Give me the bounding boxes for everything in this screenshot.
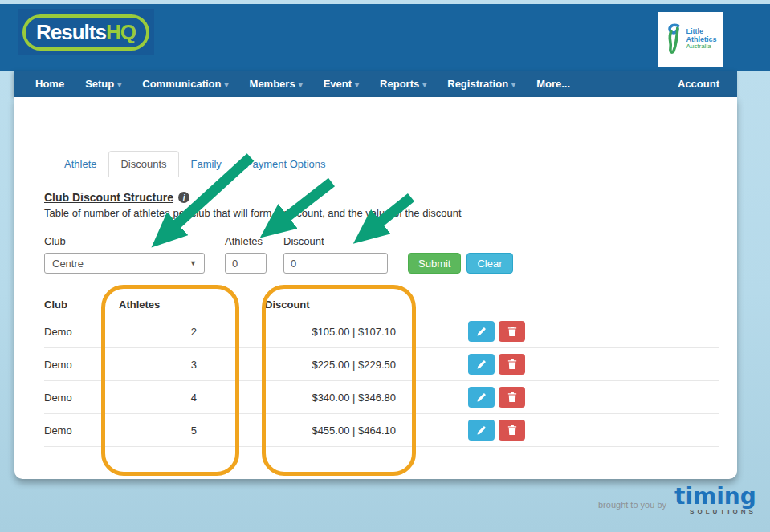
section-title-text: Club Discount Structure (44, 191, 173, 204)
little-athletics-logo: Little Athletics Australia (658, 12, 723, 67)
edit-button[interactable] (468, 420, 495, 441)
cell-discount: $340.00 | $346.80 (265, 392, 396, 404)
submit-button[interactable]: Submit (408, 253, 461, 274)
athletes-input[interactable] (225, 253, 267, 274)
row-actions (468, 420, 525, 441)
chevron-down-icon: ▾ (511, 80, 515, 89)
pencil-icon (476, 392, 487, 403)
nav-item-setup[interactable]: Setup▾ (75, 78, 132, 90)
club-field: Club Centre ▼ (44, 235, 205, 274)
edit-button[interactable] (468, 354, 495, 375)
nav-item-reports[interactable]: Reports▾ (369, 78, 437, 90)
content-panel: Athlete Discounts Family Payment Options… (14, 97, 737, 479)
pencil-icon (476, 359, 487, 370)
timing-logo-text: timing (674, 486, 756, 506)
nav-label: Setup (85, 78, 114, 90)
row-actions (468, 387, 525, 408)
nav-label: Members (250, 78, 295, 90)
nav-item-more[interactable]: More... (526, 78, 581, 90)
col-header-club: Club (44, 298, 119, 311)
footer-tagline: brought to you by (598, 500, 666, 510)
chevron-down-icon: ▾ (355, 80, 359, 89)
club-select[interactable]: Centre ▼ (44, 253, 205, 274)
athletes-field: Athletes (225, 235, 267, 274)
tab-discounts[interactable]: Discounts (108, 151, 178, 177)
cell-club: Demo (44, 424, 119, 437)
table-header-row: Club Athletes Discount (44, 294, 719, 315)
cell-club: Demo (44, 392, 119, 404)
laa-line3: Australia (686, 43, 716, 50)
cell-discount: $105.00 | $107.10 (265, 326, 396, 338)
table-row: Demo 3 $225.00 | $229.50 (44, 348, 719, 381)
row-actions (468, 354, 525, 375)
nav-item-account[interactable]: Account (678, 78, 737, 90)
cell-club: Demo (44, 359, 119, 371)
resultshq-logo-pill: ResultsHQ (22, 14, 149, 51)
resultshq-logo[interactable]: ResultsHQ (18, 9, 154, 55)
nav-label: Event (324, 78, 352, 90)
trash-icon (507, 424, 517, 436)
chevron-down-icon: ▾ (299, 80, 303, 89)
section-description: Table of number of athletes per club tha… (44, 207, 719, 219)
club-select-value: Centre (52, 258, 84, 270)
pencil-icon (476, 425, 487, 436)
nav-item-communication[interactable]: Communication▾ (132, 78, 238, 90)
nav-label: Home (35, 78, 64, 90)
cell-discount: $225.00 | $229.50 (265, 359, 396, 371)
section-title: Club Discount Structure i (44, 191, 719, 204)
nav-label: More... (536, 78, 570, 90)
laa-athlete-figure-icon (664, 22, 683, 57)
nav-item-members[interactable]: Members▾ (239, 78, 313, 90)
trash-icon (507, 359, 517, 370)
edit-button[interactable] (468, 387, 495, 408)
trash-icon (507, 392, 517, 403)
col-header-athletes: Athletes (119, 298, 197, 311)
discount-label: Discount (283, 235, 388, 247)
nav-label: Communication (142, 78, 221, 90)
timing-solutions-logo: timing SOLUTIONS (674, 486, 756, 515)
chevron-down-icon: ▼ (189, 259, 197, 267)
cell-athletes: 4 (119, 392, 197, 404)
timing-logo-subtext: SOLUTIONS (690, 508, 756, 515)
table-row: Demo 2 $105.00 | $107.10 (44, 315, 719, 348)
clear-button[interactable]: Clear (466, 253, 512, 274)
col-header-discount: Discount (265, 298, 396, 311)
athletes-label: Athletes (225, 235, 267, 247)
nav-item-home[interactable]: Home (14, 78, 75, 90)
nav-label: Reports (380, 78, 419, 90)
info-icon[interactable]: i (178, 192, 189, 203)
delete-button[interactable] (499, 387, 525, 408)
chevron-down-icon: ▾ (422, 80, 426, 89)
content-panel-inner: Athlete Discounts Family Payment Options… (14, 97, 737, 447)
trash-icon (507, 326, 517, 337)
delete-button[interactable] (499, 354, 525, 375)
logo-text-hq: HQ (106, 20, 136, 44)
tab-payment-options[interactable]: Payment Options (234, 151, 338, 177)
row-actions (468, 321, 525, 342)
club-label: Club (44, 235, 205, 247)
discount-field: Discount (283, 235, 388, 274)
chevron-down-icon: ▾ (117, 80, 121, 89)
delete-button[interactable] (499, 420, 525, 441)
nav-item-event[interactable]: Event▾ (313, 78, 369, 90)
nav-item-registration[interactable]: Registration▾ (437, 78, 526, 90)
cell-discount: $455.00 | $464.10 (265, 424, 396, 437)
table-row: Demo 5 $455.00 | $464.10 (44, 414, 719, 447)
chevron-down-icon: ▾ (225, 80, 229, 89)
edit-button[interactable] (468, 321, 495, 342)
page: ResultsHQ Little Athletics Australia Hom… (0, 0, 770, 532)
tab-athlete[interactable]: Athlete (52, 151, 108, 177)
discount-table: Club Athletes Discount Demo 2 $105.00 | … (44, 294, 719, 447)
main-nav: Home Setup▾ Communication▾ Members▾ Even… (14, 71, 737, 97)
tab-family[interactable]: Family (179, 151, 234, 177)
pencil-icon (476, 327, 487, 337)
discount-form: Club Centre ▼ Athletes Discount Submit C… (44, 235, 719, 274)
table-row: Demo 4 $340.00 | $346.80 (44, 381, 719, 414)
delete-button[interactable] (499, 321, 525, 342)
logo-text-results: Results (36, 20, 106, 44)
nav-label: Registration (447, 78, 508, 90)
footer: brought to you by timing SOLUTIONS (598, 486, 756, 515)
discount-input[interactable] (283, 253, 388, 274)
laa-logo-text: Little Athletics Australia (686, 28, 716, 50)
app-header: ResultsHQ Little Athletics Australia (0, 4, 770, 71)
